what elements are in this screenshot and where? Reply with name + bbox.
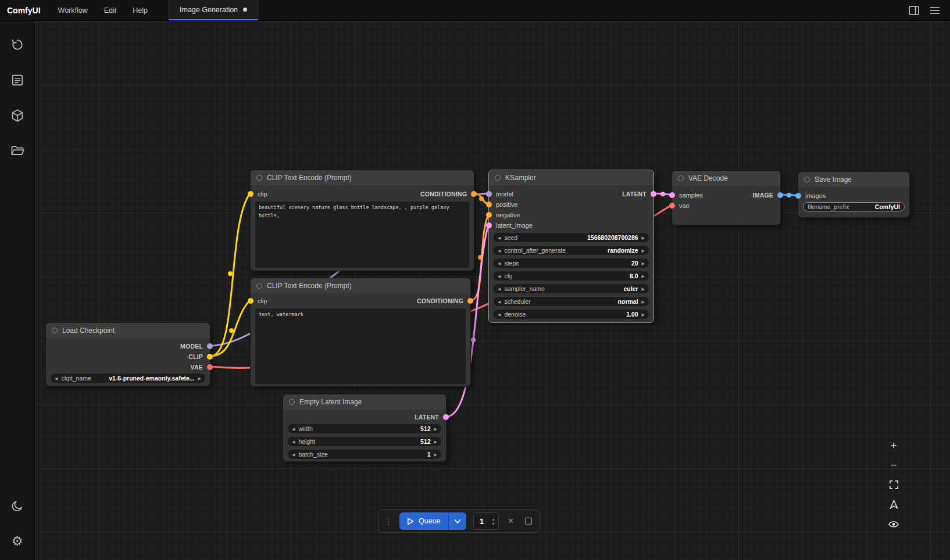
slot-model-input[interactable] <box>486 191 492 197</box>
slot-model-output[interactable] <box>207 343 213 349</box>
node-header[interactable]: Save Image <box>798 172 909 187</box>
menu-workflow[interactable]: Workflow <box>50 0 96 21</box>
widget-arrow-right-icon[interactable]: ▶ <box>642 274 645 278</box>
sampler-name-widget[interactable]: ◀ sampler_name euler ▶ <box>494 284 649 293</box>
node-library-list-icon[interactable] <box>6 69 29 92</box>
widget-arrow-right-icon[interactable]: ▶ <box>434 440 437 444</box>
history-icon[interactable] <box>6 33 29 56</box>
denoise-widget[interactable]: ◀ denoise 1.00 ▶ <box>494 310 649 319</box>
widget-arrow-left-icon[interactable]: ◀ <box>292 453 295 457</box>
widget-arrow-left-icon[interactable]: ◀ <box>498 300 501 304</box>
slot-latent-output[interactable] <box>651 191 656 197</box>
widget-arrow-right-icon[interactable]: ▶ <box>642 287 645 291</box>
model-library-cube-icon[interactable] <box>6 104 29 127</box>
widget-arrow-left-icon[interactable]: ◀ <box>498 313 501 317</box>
queue-dropdown-button[interactable] <box>448 512 466 530</box>
steps-widget[interactable]: ◀ steps 20 ▶ <box>494 259 649 268</box>
seed-widget[interactable]: ◀ seed 156680208700286 ▶ <box>494 233 649 242</box>
settings-gear-icon[interactable]: ⚙ <box>6 530 29 553</box>
widget-arrow-left-icon[interactable]: ◀ <box>498 287 501 291</box>
menu-help[interactable]: Help <box>124 0 156 21</box>
widget-arrow-right-icon[interactable]: ▶ <box>434 453 437 457</box>
widget-arrow-left-icon[interactable]: ◀ <box>498 274 501 278</box>
workflows-folder-icon[interactable] <box>6 139 29 163</box>
slot-negative-input[interactable] <box>486 212 492 218</box>
widget-arrow-left-icon[interactable]: ◀ <box>498 249 501 253</box>
node-clip-text-encode-negative[interactable]: CLIP Text Encode (Prompt) clip CONDITION… <box>250 278 471 387</box>
collapse-dot-icon[interactable] <box>289 399 295 405</box>
collapse-dot-icon[interactable] <box>495 175 501 181</box>
scheduler-widget[interactable]: ◀ scheduler normal ▶ <box>494 297 649 306</box>
slot-latent-image-input[interactable] <box>486 222 492 228</box>
node-header[interactable]: Load Checkpoint <box>46 323 210 338</box>
slot-vae-output[interactable] <box>207 364 213 370</box>
height-widget[interactable]: ◀ height 512 ▶ <box>288 437 441 446</box>
zoom-out-button[interactable]: − <box>887 459 900 471</box>
node-load-checkpoint[interactable]: Load Checkpoint MODEL CLIP VAE ◀ ckpt_na… <box>45 322 210 386</box>
node-ksampler[interactable]: KSampler model LATENT positive negative … <box>488 170 654 323</box>
stepper-up-icon[interactable]: ▴ <box>492 517 495 521</box>
node-header[interactable]: CLIP Text Encode (Prompt) <box>251 170 474 185</box>
widget-arrow-left-icon[interactable]: ◀ <box>498 261 501 265</box>
slot-clip-input[interactable] <box>248 298 253 304</box>
queue-button[interactable]: Queue <box>399 512 448 530</box>
tab-image-generation[interactable]: Image Generation <box>169 0 258 20</box>
widget-arrow-right-icon[interactable]: ▶ <box>642 313 645 317</box>
batch-size-widget[interactable]: ◀ batch_size 1 ▶ <box>288 450 441 459</box>
node-graph-canvas[interactable]: Load Checkpoint MODEL CLIP VAE ◀ ckpt_na… <box>35 21 950 560</box>
widget-arrow-right-icon[interactable]: ▶ <box>642 236 645 240</box>
fit-view-icon[interactable] <box>887 479 900 490</box>
widget-arrow-left-icon[interactable]: ◀ <box>55 376 58 380</box>
widget-arrow-right-icon[interactable]: ▶ <box>642 261 645 265</box>
node-header[interactable]: KSampler <box>489 170 653 185</box>
menu-edit[interactable]: Edit <box>96 0 125 21</box>
node-save-image[interactable]: Save Image images filename_prefix ComfyU… <box>798 171 910 218</box>
clear-queue-icon[interactable]: × <box>506 516 516 526</box>
drag-handle-icon[interactable]: ⋮ <box>384 517 392 525</box>
widget-arrow-right-icon[interactable]: ▶ <box>198 376 201 380</box>
widget-arrow-right-icon[interactable]: ▶ <box>642 249 645 253</box>
widget-arrow-right-icon[interactable]: ▶ <box>434 427 437 431</box>
slot-positive-input[interactable] <box>486 202 492 207</box>
slot-latent-output[interactable] <box>443 414 449 420</box>
node-header[interactable]: CLIP Text Encode (Prompt) <box>251 278 470 293</box>
collapse-dot-icon[interactable] <box>804 177 810 182</box>
filename-prefix-widget[interactable]: filename_prefix ComfyUI <box>803 202 905 211</box>
widget-arrow-left-icon[interactable]: ◀ <box>498 236 501 240</box>
control-after-generate-widget[interactable]: ◀ control_after_generate randomize ▶ <box>494 246 649 255</box>
cfg-widget[interactable]: ◀ cfg 8.0 ▶ <box>494 271 649 281</box>
hamburger-menu-icon[interactable] <box>928 3 942 17</box>
width-widget[interactable]: ◀ width 512 ▶ <box>288 424 441 433</box>
collapse-dot-icon[interactable] <box>678 175 684 181</box>
slot-conditioning-output[interactable] <box>471 191 477 197</box>
positive-prompt-textarea[interactable]: beautiful scenery nature glass bottle la… <box>255 202 469 268</box>
node-clip-text-encode-positive[interactable]: CLIP Text Encode (Prompt) clip CONDITION… <box>250 170 474 271</box>
zoom-in-button[interactable]: + <box>887 439 900 451</box>
slot-clip-output[interactable] <box>207 354 213 360</box>
theme-moon-icon[interactable] <box>6 494 29 518</box>
toggle-panel-icon[interactable] <box>907 3 921 17</box>
widget-arrow-right-icon[interactable]: ▶ <box>642 300 645 304</box>
widget-arrow-left-icon[interactable]: ◀ <box>292 440 295 444</box>
slot-clip-input[interactable] <box>248 191 253 197</box>
widget-arrow-left-icon[interactable]: ◀ <box>292 427 295 431</box>
slot-conditioning-output[interactable] <box>467 298 473 304</box>
slot-vae-input[interactable] <box>669 203 675 209</box>
ckpt-name-widget[interactable]: ◀ ckpt_name v1-5-pruned-emaonly.safete..… <box>51 374 205 383</box>
collapse-dot-icon[interactable] <box>256 283 262 289</box>
negative-prompt-textarea[interactable]: text, watermark <box>255 308 466 384</box>
interrupt-stop-icon[interactable] <box>523 518 534 525</box>
slot-images-input[interactable] <box>795 193 801 199</box>
node-header[interactable]: VAE Decode <box>672 171 780 186</box>
toggle-visibility-eye-icon[interactable] <box>887 518 900 530</box>
slot-image-output[interactable] <box>777 192 783 198</box>
node-header[interactable]: Empty Latent Image <box>283 394 446 410</box>
collapse-dot-icon[interactable] <box>256 175 262 181</box>
node-vae-decode[interactable]: VAE Decode samples IMAGE vae <box>672 170 781 225</box>
select-pointer-icon[interactable] <box>887 498 900 510</box>
slot-samples-input[interactable] <box>669 192 675 198</box>
stepper-down-icon[interactable]: ▾ <box>492 522 495 526</box>
batch-count-stepper[interactable]: 1 ▴ ▾ <box>473 512 499 530</box>
node-empty-latent-image[interactable]: Empty Latent Image LATENT ◀ width 512 ▶ … <box>283 394 447 462</box>
collapse-dot-icon[interactable] <box>52 328 58 333</box>
